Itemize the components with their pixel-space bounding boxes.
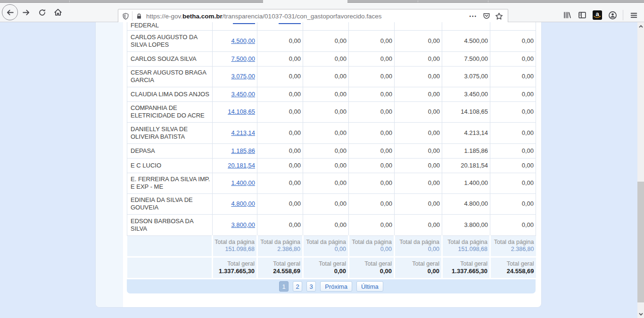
total-value: 0,00 xyxy=(350,246,392,253)
value-link[interactable]: 3.075,00 xyxy=(231,73,255,80)
table-row: EDINEIA DA SILVA DE GOUVEIA4.800,000,000… xyxy=(127,193,536,214)
value-cell: 1.185,86 xyxy=(213,143,257,158)
value-cell: 3.075,00 xyxy=(213,66,257,87)
value-cell: 0,00 xyxy=(257,30,303,51)
value-cell: 0,00 xyxy=(395,173,442,193)
value-link[interactable]: 14.108,65 xyxy=(228,108,255,115)
value-link[interactable]: 4.500,00 xyxy=(231,37,255,44)
vertical-scrollbar[interactable] xyxy=(637,22,644,318)
total-cell: Total da página151.098,68 xyxy=(213,235,257,257)
total-cell: Total da página151.098,68 xyxy=(442,235,490,257)
scrollbar-thumb[interactable] xyxy=(637,182,644,302)
total-value: 24.558,69 xyxy=(259,268,300,275)
value-cell: 3.800,00 xyxy=(213,214,257,235)
value-link[interactable]: 7.500,00 xyxy=(231,55,255,62)
total-cell: Total geral0,00 xyxy=(349,257,395,278)
reload-button[interactable] xyxy=(34,4,50,20)
totals-overall-row: Total geral1.337.665,30Total geral24.558… xyxy=(127,257,536,278)
sidebar-icon[interactable] xyxy=(575,8,590,23)
favorecido-name: DANIELLY SILVA DE OLIVEIRA BATISTA xyxy=(127,122,213,143)
amazon-extension-icon[interactable]: a xyxy=(590,8,605,23)
table-row: DEPASA1.185,860,000,000,000,001.185,860,… xyxy=(127,143,536,158)
value-cell: 0,00 xyxy=(349,101,395,122)
back-button[interactable] xyxy=(2,4,18,20)
value-cell: 3.450,00 xyxy=(442,87,490,101)
value-cell: 0,00 xyxy=(349,87,395,101)
value-cell: 0,00 xyxy=(303,101,349,122)
value-cell: 0,00 xyxy=(349,143,395,158)
last-page-button[interactable]: Última xyxy=(356,281,383,292)
value-cell: 0,00 xyxy=(490,30,536,51)
table-row: E. FERREIRA DA SILVA IMP. E EXP - ME1.40… xyxy=(127,173,536,193)
total-label: Total da página xyxy=(492,239,534,246)
value-link[interactable]: 3.450,00 xyxy=(231,91,255,98)
page-background: FEDERAL CARLOS AUGUSTO DA SILVA LOPES4.5… xyxy=(0,22,644,318)
value-cell: 0,00 xyxy=(395,66,442,87)
url-domain: betha.com.br xyxy=(182,13,223,20)
value-cell: 0,00 xyxy=(303,30,349,51)
value-link[interactable]: 3.800,00 xyxy=(231,221,255,228)
value-cell: 0,00 xyxy=(257,193,303,214)
account-icon[interactable] xyxy=(605,8,620,23)
favorecidos-rows: FEDERAL CARLOS AUGUSTO DA SILVA LOPES4.5… xyxy=(127,22,536,278)
page-button-1[interactable]: 1 xyxy=(279,281,289,292)
value-cell: 0,00 xyxy=(490,214,536,235)
value-cell: 0,00 xyxy=(303,122,349,143)
value-link[interactable]: 4.213,14 xyxy=(231,129,255,136)
value-cell: 20.181,54 xyxy=(442,158,490,173)
toolbar-divider xyxy=(623,10,623,20)
value-cell: 3.075,00 xyxy=(442,66,490,87)
reload-icon xyxy=(38,8,46,17)
tracking-protection-shield-icon[interactable] xyxy=(122,12,129,20)
value-cell: 0,00 xyxy=(349,51,395,66)
table-row: CESAR AUGUSTO BRAGA GARCIA3.075,000,000,… xyxy=(127,66,536,87)
value-cell: 0,00 xyxy=(257,158,303,173)
total-value: 1.337.665,30 xyxy=(444,268,487,275)
value-cell: 0,00 xyxy=(490,173,536,193)
library-icon[interactable] xyxy=(560,8,575,23)
value-cell: 4.800,00 xyxy=(213,193,257,214)
cut-link[interactable] xyxy=(279,23,301,24)
value-link[interactable]: 1.400,00 xyxy=(231,179,255,186)
pocket-icon[interactable] xyxy=(480,10,493,22)
total-cell: Total geral0,00 xyxy=(395,257,442,278)
page-button-2[interactable]: 2 xyxy=(293,281,302,292)
next-page-button[interactable]: Próxima xyxy=(320,281,352,292)
value-link[interactable]: 4.800,00 xyxy=(231,200,255,207)
value-link[interactable]: 20.181,54 xyxy=(228,162,255,169)
value-cell[interactable] xyxy=(213,22,257,30)
value-cell: 4.500,00 xyxy=(213,30,257,51)
value-cell: 0,00 xyxy=(303,143,349,158)
value-cell: 0,00 xyxy=(303,193,349,214)
value-cell[interactable] xyxy=(257,22,303,30)
value-link[interactable]: 1.185,86 xyxy=(231,147,255,154)
value-cell: 4.213,14 xyxy=(213,122,257,143)
value-cell xyxy=(442,22,490,30)
page-actions-icon[interactable]: ••• xyxy=(466,14,480,19)
favorecido-name: CLAUDIA LIMA DOS ANJOS xyxy=(127,87,213,101)
menu-icon[interactable] xyxy=(626,8,641,23)
url-text[interactable]: https://e-gov.betha.com.br/transparencia… xyxy=(146,13,466,20)
cut-link[interactable] xyxy=(233,23,255,24)
home-button[interactable] xyxy=(50,4,66,20)
favorecido-name: E. FERREIRA DA SILVA IMP. E EXP - ME xyxy=(127,173,213,193)
total-cell: Total geral24.558,69 xyxy=(490,257,536,278)
page-button-3[interactable]: 3 xyxy=(306,281,316,292)
urlbar-divider xyxy=(132,11,132,21)
value-cell: 0,00 xyxy=(349,66,395,87)
bookmark-star-icon[interactable] xyxy=(493,10,505,22)
value-cell: 0,00 xyxy=(303,214,349,235)
value-cell: 0,00 xyxy=(303,51,349,66)
value-cell: 0,00 xyxy=(349,122,395,143)
table-row: CLAUDIA LIMA DOS ANJOS3.450,000,000,000,… xyxy=(127,87,536,101)
value-cell: 0,00 xyxy=(490,87,536,101)
total-value: 0,00 xyxy=(305,268,346,275)
value-cell: 0,00 xyxy=(349,193,395,214)
value-cell: 4.800,00 xyxy=(442,193,490,214)
forward-button[interactable] xyxy=(18,4,34,20)
total-value: 0,00 xyxy=(350,268,392,275)
scroll-up-icon[interactable] xyxy=(637,23,644,30)
total-value: 151.098,68 xyxy=(214,246,255,253)
scroll-down-icon[interactable] xyxy=(637,311,644,318)
url-bar[interactable]: https://e-gov.betha.com.br/transparencia… xyxy=(118,9,508,23)
